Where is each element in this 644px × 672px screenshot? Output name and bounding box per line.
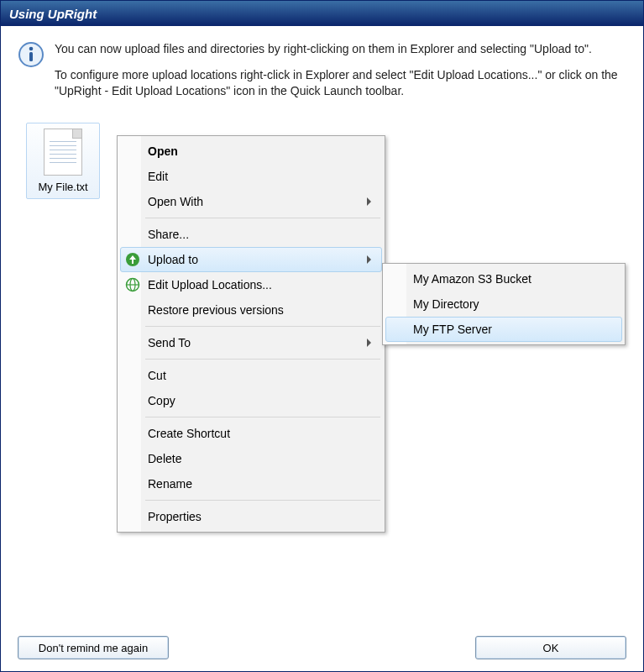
file-label: My File.txt bbox=[30, 181, 96, 193]
menu-delete[interactable]: Delete bbox=[120, 446, 382, 471]
info-row: You can now upload files and directories… bbox=[18, 41, 626, 109]
menu-separator bbox=[145, 359, 380, 360]
menu-share[interactable]: Share... bbox=[120, 222, 382, 247]
file-item[interactable]: My File.txt bbox=[26, 123, 100, 199]
menu-open[interactable]: Open bbox=[120, 139, 382, 164]
info-icon bbox=[18, 41, 45, 68]
info-para-2: To configure more upload locations right… bbox=[55, 67, 626, 99]
menu-send-to[interactable]: Send To bbox=[120, 330, 382, 355]
menu-create-shortcut[interactable]: Create Shortcut bbox=[120, 421, 382, 446]
dont-remind-button[interactable]: Don't remind me again bbox=[18, 636, 169, 659]
chevron-right-icon bbox=[367, 197, 371, 206]
submenu-directory[interactable]: My Directory bbox=[385, 291, 622, 317]
upload-arrow-icon bbox=[123, 250, 142, 269]
button-bar: Don't remind me again OK bbox=[18, 627, 626, 659]
upload-to-submenu: My Amazon S3 Bucket My Directory My FTP … bbox=[382, 263, 626, 345]
menu-separator bbox=[145, 218, 380, 218]
menu-separator bbox=[145, 500, 380, 501]
window-title: Using UpRight bbox=[9, 7, 97, 21]
menu-restore-previous[interactable]: Restore previous versions bbox=[120, 297, 382, 323]
menu-copy[interactable]: Copy bbox=[120, 388, 382, 413]
context-menu: Open Edit Open With Share... Upload to bbox=[117, 135, 385, 533]
info-text: You can now upload files and directories… bbox=[55, 41, 626, 109]
menu-cut[interactable]: Cut bbox=[120, 363, 382, 388]
chevron-right-icon bbox=[367, 255, 371, 264]
globe-icon bbox=[123, 276, 142, 294]
svg-point-1 bbox=[29, 47, 34, 51]
menu-separator bbox=[145, 417, 380, 417]
submenu-ftp[interactable]: My FTP Server bbox=[385, 317, 622, 342]
chevron-right-icon bbox=[367, 339, 371, 347]
menu-separator bbox=[145, 326, 380, 327]
svg-rect-2 bbox=[29, 52, 33, 61]
ok-button[interactable]: OK bbox=[475, 636, 626, 659]
menu-open-with[interactable]: Open With bbox=[120, 189, 382, 214]
menu-rename[interactable]: Rename bbox=[120, 471, 382, 496]
menu-edit-upload-locations[interactable]: Edit Upload Locations... bbox=[120, 272, 382, 297]
text-file-icon bbox=[44, 129, 82, 176]
submenu-s3[interactable]: My Amazon S3 Bucket bbox=[385, 266, 622, 291]
menu-properties[interactable]: Properties bbox=[120, 504, 382, 529]
file-area: My File.txt Open Edit Open With Share...… bbox=[18, 123, 626, 559]
titlebar[interactable]: Using UpRight bbox=[1, 1, 643, 26]
dialog-window: Using UpRight You can now upload files a… bbox=[0, 0, 644, 672]
menu-upload-to[interactable]: Upload to bbox=[120, 247, 382, 272]
client-area: You can now upload files and directories… bbox=[1, 26, 643, 671]
menu-edit[interactable]: Edit bbox=[120, 164, 382, 189]
info-para-1: You can now upload files and directories… bbox=[55, 41, 626, 57]
